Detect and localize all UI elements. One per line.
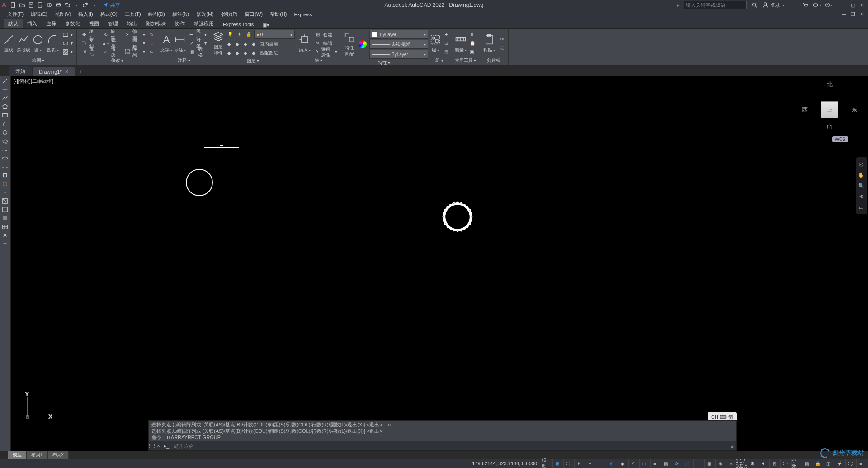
panel-modify-label[interactable]: 修改 ▾ <box>79 56 156 64</box>
circle-object[interactable] <box>186 169 213 196</box>
command-input[interactable] <box>171 443 728 449</box>
lineweight-dropdown[interactable]: 0.40 毫米▾ <box>369 40 428 49</box>
tb-text-icon[interactable]: A <box>0 231 10 239</box>
doc-close-icon[interactable]: ✕ <box>858 11 866 18</box>
tb-ellipse-icon[interactable] <box>0 154 10 162</box>
share-button[interactable]: 共享 <box>102 2 120 9</box>
sb-lw-icon[interactable]: ≡ <box>650 459 659 468</box>
tb-region-icon[interactable] <box>0 214 10 222</box>
maximize-icon[interactable]: ▢ <box>849 1 857 9</box>
doc-minimize-icon[interactable]: ─ <box>840 11 848 18</box>
layer-ico6[interactable]: ◆ <box>234 49 241 57</box>
layer-ico8[interactable]: ◆ <box>250 49 257 57</box>
drawing-canvas[interactable]: [-][俯视][二维线框] X Y 北 南 <box>11 76 868 451</box>
login-button[interactable]: 登录▾ <box>762 2 785 9</box>
menu-window[interactable]: 窗口(W) <box>241 10 266 19</box>
nav-wheel-icon[interactable]: ◎ <box>856 159 866 169</box>
erase-icon[interactable]: ✎ <box>148 31 156 39</box>
panel-util-label[interactable]: 实用工具 ▾ <box>454 56 477 64</box>
sb-scale[interactable]: 1:1 / 100% <box>737 459 746 468</box>
color-dropdown[interactable]: ByLayer▾ <box>369 30 428 39</box>
tb-revcloud-icon[interactable] <box>0 137 10 145</box>
viewcube-north[interactable]: 北 <box>827 80 833 89</box>
sb-trans-icon[interactable]: ▤ <box>661 459 670 468</box>
menu-file[interactable]: 文件(F) <box>4 10 27 19</box>
panel-layer-label[interactable]: 图层 ▾ <box>212 57 294 64</box>
linetype-dropdown[interactable]: ByLayer▾ <box>369 50 428 59</box>
paste-button[interactable]: 粘贴 <box>481 33 497 53</box>
layer-ico4[interactable]: ◆ <box>250 40 257 48</box>
group-ico2[interactable]: ⊡ <box>443 39 450 47</box>
tb-block-icon[interactable] <box>0 180 10 188</box>
viewcube[interactable]: 北 南 东 西 上 <box>805 80 854 139</box>
tb-pline-icon[interactable] <box>0 94 10 102</box>
scale-button[interactable]: ⤢缩放 <box>100 48 121 56</box>
sb-hw-icon[interactable]: ⚡ <box>835 459 844 468</box>
menu-edit[interactable]: 编辑(E) <box>27 10 51 19</box>
ribbon-collapse-icon[interactable]: ▣▾ <box>262 21 270 28</box>
sb-monitor-icon[interactable]: 🖵 <box>780 459 789 468</box>
menu-help[interactable]: 帮助(H) <box>266 10 290 19</box>
tb-hatch-icon[interactable] <box>0 197 10 205</box>
tb-addsel-icon[interactable] <box>0 240 10 248</box>
ellipse-icon[interactable]: ▾ <box>61 39 75 47</box>
layout-2[interactable]: 布局2 <box>48 451 69 459</box>
tab-parametric[interactable]: 参数化 <box>61 19 85 28</box>
block-create-button[interactable]: ⊞创建 <box>312 31 339 39</box>
menu-dim[interactable]: 标注(N) <box>169 10 193 19</box>
nav-zoom-icon[interactable]: 🔍 <box>856 181 866 191</box>
sb-otrack-icon[interactable]: ∠ <box>628 459 637 468</box>
rect-icon[interactable]: ▾ <box>61 31 75 39</box>
menu-format[interactable]: 格式(O) <box>97 10 121 19</box>
tb-spline-icon[interactable] <box>0 145 10 154</box>
array-pattern[interactable] <box>439 199 476 235</box>
tab-add-icon[interactable]: + <box>76 68 86 76</box>
layer-props-button[interactable]: 图层 特性 <box>212 30 225 56</box>
ucs-icon[interactable]: X Y <box>21 392 52 424</box>
arc-button[interactable]: 圆弧 <box>46 33 60 53</box>
layer-lock-icon[interactable]: 🔒 <box>244 30 253 38</box>
match-props-button[interactable]: 特性 匹配 <box>343 31 356 57</box>
redo-dropdown[interactable] <box>90 1 99 9</box>
open-icon[interactable] <box>18 1 26 9</box>
sb-grid-icon[interactable]: ⊞ <box>552 459 561 468</box>
tb-insert-icon[interactable] <box>0 171 10 179</box>
layer-ico1[interactable]: ◆ <box>226 40 233 48</box>
panel-block-label[interactable]: 块 ▾ <box>298 56 339 64</box>
cmd-close-icon[interactable]: ✕ <box>155 443 161 449</box>
sb-gizmo-icon[interactable]: ⊕ <box>715 459 724 468</box>
group-ico3[interactable]: ⊟ <box>443 48 450 56</box>
array-button[interactable]: ⿳阵列▾ <box>122 48 147 56</box>
sb-lock-icon[interactable]: 🔒 <box>813 459 822 468</box>
cut-icon[interactable]: ✂ <box>498 35 506 43</box>
menu-draw[interactable]: 绘图(D) <box>145 10 169 19</box>
tb-circle-icon[interactable] <box>0 128 10 136</box>
layer-dropdown[interactable]: ● 0▾ <box>254 30 295 39</box>
tab-annotate[interactable]: 注释 <box>42 19 61 28</box>
sb-infer-icon[interactable]: ⊦ <box>574 459 583 468</box>
sb-3dosnap-icon[interactable]: ⬚ <box>683 459 692 468</box>
tab-express[interactable]: Express Tools <box>218 20 258 28</box>
search-icon[interactable] <box>750 1 759 9</box>
insert-button[interactable]: 插入 <box>298 33 311 53</box>
block-attr-button[interactable]: A编辑属性▾ <box>312 48 339 56</box>
wcs-badge[interactable]: WCS <box>832 136 848 142</box>
panel-annot-label[interactable]: 注释 ▾ <box>160 56 208 64</box>
table-button[interactable]: ▦表格 <box>187 48 208 56</box>
stretch-button[interactable]: ⇲拉伸 <box>79 48 99 56</box>
layer-ico2[interactable]: ◆ <box>234 40 241 48</box>
circle-button[interactable]: 圆 <box>31 33 45 53</box>
menu-param[interactable]: 参数(P) <box>217 10 241 19</box>
cmd-menu-icon[interactable]: ▴ <box>728 443 736 449</box>
menu-tools[interactable]: 工具(T) <box>121 10 145 19</box>
nav-pan-icon[interactable]: ✋ <box>856 170 866 180</box>
sb-iso-icon[interactable]: ◈ <box>618 459 627 468</box>
sb-dynucs-icon[interactable]: ⊥ <box>693 459 703 468</box>
viewcube-east[interactable]: 东 <box>851 106 857 114</box>
redo-icon[interactable] <box>81 1 90 9</box>
sb-clean-icon[interactable]: ⛶ <box>845 459 854 468</box>
tb-arc-icon[interactable] <box>0 120 10 128</box>
tab-view[interactable]: 视图 <box>85 19 104 28</box>
dim-button[interactable]: 标注 <box>174 33 186 53</box>
new-icon[interactable] <box>9 1 17 9</box>
